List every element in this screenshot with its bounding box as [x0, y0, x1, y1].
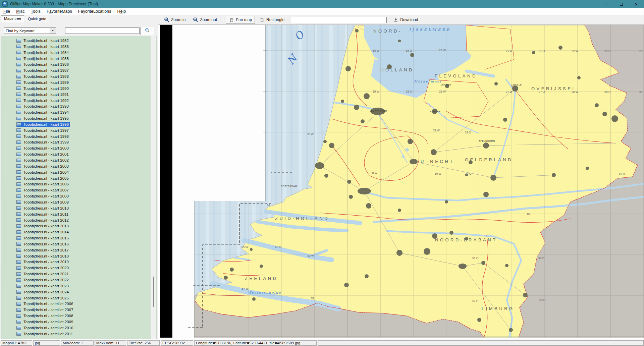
maps-tree[interactable]: Topotijdreis.nl - kaart 1982Topotijdreis…: [1, 36, 157, 346]
tree-item[interactable]: Topotijdreis.nl - kaart 1986: [1, 61, 150, 67]
combo-dropdown-arrow-icon[interactable]: ▼: [50, 28, 56, 34]
tree-item[interactable]: Topotijdreis.nl - kaart 1998: [1, 133, 150, 139]
close-button[interactable]: ×: [629, 0, 644, 8]
zoom-out-button[interactable]: Zoom out: [190, 16, 220, 24]
tree-item[interactable]: Topotijdreis.nl - kaart 2006: [1, 181, 150, 187]
tree-item[interactable]: Topotijdreis.nl - kaart 2000: [1, 145, 150, 151]
map-label: 64: [267, 204, 270, 207]
tree-item[interactable]: Topotijdreis.nl - kaart 1987: [1, 67, 150, 73]
minimize-button[interactable]: [599, 0, 614, 8]
tree-item[interactable]: Topotijdreis.nl - kaart 1997: [1, 127, 150, 133]
menu-item-file[interactable]: File: [0, 8, 13, 14]
tree-item-label: Topotijdreis.nl - kaart 2000: [22, 146, 70, 151]
tree-item[interactable]: Topotijdreis.nl - kaart 1985: [1, 56, 150, 62]
tree-item[interactable]: Topotijdreis.nl - kaart 2003: [1, 163, 150, 169]
tree-item[interactable]: Topotijdreis.nl - kaart 2007: [1, 187, 150, 193]
map-empty-strip: [160, 25, 172, 338]
tree-item[interactable]: Topotijdreis.nl - kaart 2011: [1, 211, 150, 217]
map-layer-icon: [16, 69, 21, 72]
search-input[interactable]: [65, 27, 140, 34]
tree-item[interactable]: Topotijdreis.nl - kaart 1999: [1, 139, 150, 145]
toolbar-separator: [223, 16, 223, 23]
tree-item-label: Topotijdreis.nl - kaart 1985: [22, 56, 70, 61]
find-mode-combobox[interactable]: Find by Keyword ▼: [4, 27, 56, 34]
map-canvas[interactable]: NOORD-HOLLANDFLEVOLANDOVERIJSSELUTRECHTG…: [172, 25, 644, 338]
tree-item[interactable]: Topotijdreis.nl - satelliet 2007: [1, 307, 150, 313]
tree-item[interactable]: Topotijdreis.nl - kaart 2017: [1, 247, 150, 253]
map-toolbar: Zoom in Zoom out Pan map Rectangle: [160, 15, 422, 24]
rectangle-button[interactable]: Rectangle: [256, 16, 287, 24]
download-button[interactable]: Download: [390, 16, 421, 24]
tree-item[interactable]: Topotijdreis.nl - kaart 1990: [1, 85, 150, 92]
map-label: 39 W: [435, 172, 441, 175]
close-icon: ×: [635, 2, 638, 7]
tree-item[interactable]: Topotijdreis.nl - kaart 2025: [1, 295, 150, 301]
tree-item-label: Topotijdreis.nl - kaart 1998: [22, 134, 70, 139]
title-bar[interactable]: Offline Map Maker 8.383 - Maps Previewer…: [0, 0, 644, 8]
tree-item[interactable]: Topotijdreis.nl - kaart 2022: [1, 277, 150, 283]
tree-item[interactable]: Topotijdreis.nl - satelliet 2008: [1, 313, 150, 319]
tree-item[interactable]: Topotijdreis.nl - kaart 2015: [1, 235, 150, 241]
menu-item-favoritelocations[interactable]: FavoriteLocations: [75, 8, 114, 14]
menu-item-help[interactable]: Help: [114, 8, 129, 14]
tree-item[interactable]: Topotijdreis.nl - kaart 1984: [1, 50, 150, 56]
tree-item[interactable]: Topotijdreis.nl - kaart 2018: [1, 253, 150, 259]
tree-item[interactable]: Topotijdreis.nl - kaart 1991: [1, 92, 150, 98]
menu-item-misc[interactable]: Misc: [13, 8, 28, 14]
tree-item[interactable]: Topotijdreis.nl - kaart 1992: [1, 98, 150, 104]
map-pane: NOORD-HOLLANDFLEVOLANDOVERIJSSELUTRECHTG…: [158, 24, 644, 339]
zoom-in-button[interactable]: Zoom in: [161, 16, 189, 24]
tree-item-label: Topotijdreis.nl - kaart 2007: [22, 188, 70, 192]
tree-item-label: Topotijdreis.nl - kaart 1994: [22, 110, 70, 115]
map-label: 26 W: [439, 90, 446, 93]
tree-item[interactable]: Topotijdreis.nl - satelliet 2011: [1, 331, 150, 337]
tree-item[interactable]: Topotijdreis.nl - kaart 1994: [1, 109, 150, 115]
map-label: 28 O: [604, 90, 611, 94]
tree-item[interactable]: Topotijdreis.nl - kaart 2009: [1, 199, 150, 205]
tab-quick-goto[interactable]: Quick goto: [25, 16, 49, 22]
tree-item[interactable]: Topotijdreis.nl - kaart 1982: [1, 38, 150, 44]
tree-item[interactable]: Topotijdreis.nl - kaart 1995: [1, 115, 150, 121]
tree-item[interactable]: Topotijdreis.nl - kaart 2019: [1, 259, 150, 265]
tree-item[interactable]: Topotijdreis.nl - satelliet 2006: [1, 301, 150, 307]
tree-item[interactable]: Topotijdreis.nl - kaart 1988: [1, 73, 150, 79]
menu-item-favoritemaps[interactable]: FavoriteMaps: [44, 8, 75, 14]
tree-item[interactable]: Topotijdreis.nl - kaart 1996: [1, 121, 150, 127]
tree-item[interactable]: Topotijdreis.nl - kaart 2002: [1, 157, 150, 163]
tree-item[interactable]: Topotijdreis.nl - kaart 2004: [1, 169, 150, 175]
status-panel: jpg: [33, 340, 60, 346]
tree-item[interactable]: Topotijdreis.nl - kaart 2010: [1, 205, 150, 211]
tree-item[interactable]: Topotijdreis.nl - satelliet 2010: [1, 325, 150, 331]
tree-item[interactable]: Topotijdreis.nl - kaart 2012: [1, 217, 150, 223]
map-layer-icon: [16, 218, 21, 222]
tree-item[interactable]: Topotijdreis.nl - kaart 2023: [1, 283, 150, 289]
map-layer-icon: [16, 206, 21, 210]
tab-maps-tree[interactable]: Maps tree: [1, 15, 24, 22]
tree-item[interactable]: Topotijdreis.nl - kaart 1983: [1, 44, 150, 50]
tree-item[interactable]: Topotijdreis.nl - kaart 1989: [1, 79, 150, 85]
tree-item[interactable]: Topotijdreis.nl - kaart 1993: [1, 103, 150, 109]
menu-item-tools[interactable]: Tools: [28, 8, 44, 14]
search-button[interactable]: [140, 27, 154, 35]
tree-item[interactable]: Topotijdreis.nl - kaart 2001: [1, 151, 150, 157]
tree-item-label: Topotijdreis.nl - kaart 2015: [22, 236, 70, 240]
restore-button[interactable]: [614, 0, 629, 8]
tree-item[interactable]: Topotijdreis.nl - kaart 2016: [1, 241, 150, 247]
pan-map-label: Pan map: [236, 17, 252, 22]
tree-item[interactable]: Topotijdreis.nl - kaart 2008: [1, 193, 150, 199]
map-label: 38 W: [371, 171, 377, 175]
tree-item[interactable]: Topotijdreis.nl - kaart 2024: [1, 289, 150, 295]
tree-item-label: Topotijdreis.nl - satelliet 2008: [22, 313, 74, 318]
tree-item-label: Topotijdreis.nl - kaart 2016: [22, 242, 70, 246]
tree-scrollbar-thumb[interactable]: [153, 277, 154, 307]
tree-scrollbar[interactable]: [151, 36, 156, 346]
tree-item[interactable]: Topotijdreis.nl - kaart 2021: [1, 271, 150, 277]
tree-item[interactable]: Topotijdreis.nl - kaart 2013: [1, 223, 150, 229]
tree-item[interactable]: Topotijdreis.nl - satelliet 2009: [1, 319, 150, 325]
toolbar-input[interactable]: [291, 17, 387, 23]
tree-item[interactable]: Topotijdreis.nl - kaart 2020: [1, 265, 150, 271]
pan-map-button[interactable]: Pan map: [226, 16, 255, 24]
tree-item[interactable]: Topotijdreis.nl - kaart 2005: [1, 175, 150, 181]
tree-item[interactable]: Topotijdreis.nl - kaart 2014: [1, 229, 150, 235]
map-layer-icon: [16, 278, 21, 282]
